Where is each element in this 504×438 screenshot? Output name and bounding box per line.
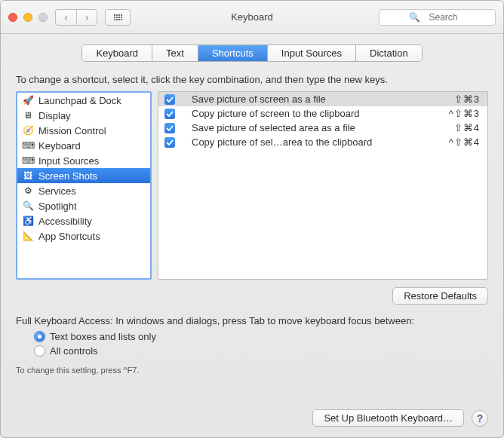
radio-button[interactable] [34, 331, 45, 342]
tab-keyboard[interactable]: Keyboard [82, 45, 152, 61]
category-label: Services [38, 185, 76, 197]
fka-radio-row[interactable]: All controls [34, 345, 488, 357]
show-all-button[interactable] [105, 9, 131, 26]
footer: Set Up Bluetooth Keyboard… ? [16, 400, 488, 427]
shortcut-label: Save picture of selected area as a file [183, 122, 447, 133]
category-item[interactable]: ⌨Input Sources [17, 153, 150, 168]
category-icon: 🔍 [22, 200, 34, 212]
grid-icon [114, 14, 122, 20]
category-item[interactable]: 🔍Spotlight [17, 198, 150, 213]
full-keyboard-access-text: Full Keyboard Access: In windows and dia… [16, 315, 488, 326]
shortcut-row[interactable]: Copy picture of screen to the clipboard^… [158, 106, 487, 121]
shortcut-keys[interactable]: ^⇧⌘3 [449, 108, 480, 119]
category-icon: 🚀 [22, 94, 34, 106]
category-label: Screen Shots [38, 170, 97, 182]
chevron-right-icon: › [85, 11, 89, 23]
category-list[interactable]: 🚀Launchpad & Dock🖥Display🧭Mission Contro… [16, 91, 152, 280]
shortcut-keys[interactable]: ⇧⌘3 [454, 93, 480, 105]
shortcut-row[interactable]: Copy picture of sel…area to the clipboar… [158, 135, 487, 149]
category-icon: 🧭 [22, 124, 34, 136]
fka-radio-row[interactable]: Text boxes and lists only [34, 331, 488, 342]
instruction-text: To change a shortcut, select it, click t… [16, 74, 488, 85]
shortcut-row[interactable]: Save picture of selected area as a file⇧… [158, 121, 487, 135]
restore-row: Restore Defaults [16, 287, 488, 305]
radio-label: Text boxes and lists only [50, 331, 156, 342]
chevron-left-icon: ‹ [64, 11, 68, 23]
tab-bar: KeyboardTextShortcutsInput SourcesDictat… [16, 44, 488, 62]
forward-button[interactable]: › [76, 9, 97, 26]
restore-defaults-button[interactable]: Restore Defaults [392, 287, 488, 305]
shortcut-keys[interactable]: ⇧⌘4 [454, 122, 480, 133]
shortcut-keys[interactable]: ^⇧⌘4 [449, 136, 480, 148]
category-icon: 🖥 [22, 109, 34, 121]
bluetooth-keyboard-button[interactable]: Set Up Bluetooth Keyboard… [312, 409, 464, 427]
tab-text[interactable]: Text [152, 45, 198, 61]
shortcut-label: Copy picture of sel…area to the clipboar… [183, 136, 441, 148]
category-label: Keyboard [38, 140, 81, 152]
search-icon: 🔍 [409, 12, 420, 23]
back-button[interactable]: ‹ [55, 9, 76, 26]
category-icon: ⌨ [22, 139, 34, 152]
minimize-button[interactable] [23, 13, 32, 22]
category-item[interactable]: 🖼Screen Shots [17, 168, 150, 183]
category-icon: ⌨ [22, 155, 34, 167]
category-label: Mission Control [38, 125, 106, 136]
tab-input-sources[interactable]: Input Sources [268, 45, 356, 61]
panels: 🚀Launchpad & Dock🖥Display🧭Mission Contro… [16, 91, 488, 280]
shortcut-label: Copy picture of screen to the clipboard [183, 108, 441, 119]
category-label: Display [38, 110, 71, 121]
category-label: Input Sources [38, 155, 99, 167]
radio-label: All controls [50, 345, 98, 357]
shortcut-checkbox[interactable] [164, 123, 175, 133]
shortcut-row[interactable]: Save picture of screen as a file⇧⌘3 [158, 92, 487, 106]
fka-radio-group: Text boxes and lists onlyAll controls [16, 331, 488, 360]
category-icon: 📐 [22, 230, 34, 242]
category-item[interactable]: 🚀Launchpad & Dock [17, 93, 150, 108]
radio-button[interactable] [34, 345, 45, 357]
close-button[interactable] [8, 13, 17, 22]
nav-buttons: ‹ › [55, 9, 97, 26]
shortcut-checkbox[interactable] [164, 94, 175, 105]
fka-hint: To change this setting, press ^F7. [16, 366, 488, 375]
help-button[interactable]: ? [472, 410, 488, 427]
category-item[interactable]: 📐App Shortcuts [17, 228, 150, 244]
category-label: Accessibility [38, 216, 92, 227]
maximize-button[interactable] [38, 13, 48, 22]
shortcut-label: Save picture of screen as a file [183, 93, 447, 105]
category-item[interactable]: 🖥Display [17, 108, 150, 123]
titlebar: ‹ › Keyboard 🔍 [1, 1, 503, 34]
category-item[interactable]: ♿Accessibility [17, 213, 150, 228]
search-wrap: 🔍 [379, 9, 496, 26]
category-item[interactable]: ⌨Keyboard [17, 138, 150, 153]
shortcut-checkbox[interactable] [164, 109, 175, 119]
category-label: App Shortcuts [38, 231, 100, 242]
content-area: KeyboardTextShortcutsInput SourcesDictat… [1, 34, 503, 437]
tab-dictation[interactable]: Dictation [356, 45, 422, 61]
category-item[interactable]: 🧭Mission Control [17, 123, 150, 138]
category-label: Spotlight [38, 201, 77, 212]
search-input[interactable] [379, 9, 496, 26]
category-item[interactable]: ⚙Services [17, 183, 150, 198]
category-icon: ⚙ [22, 185, 34, 197]
tab-shortcuts[interactable]: Shortcuts [198, 45, 268, 61]
help-icon: ? [477, 412, 484, 424]
category-icon: ♿ [22, 215, 34, 227]
window-controls [8, 13, 48, 22]
category-label: Launchpad & Dock [38, 95, 121, 106]
preferences-window: ‹ › Keyboard 🔍 KeyboardTextShortcutsInpu… [0, 0, 504, 438]
category-icon: 🖼 [22, 170, 34, 182]
shortcut-list[interactable]: Save picture of screen as a file⇧⌘3Copy … [158, 91, 488, 280]
shortcut-checkbox[interactable] [164, 137, 175, 148]
